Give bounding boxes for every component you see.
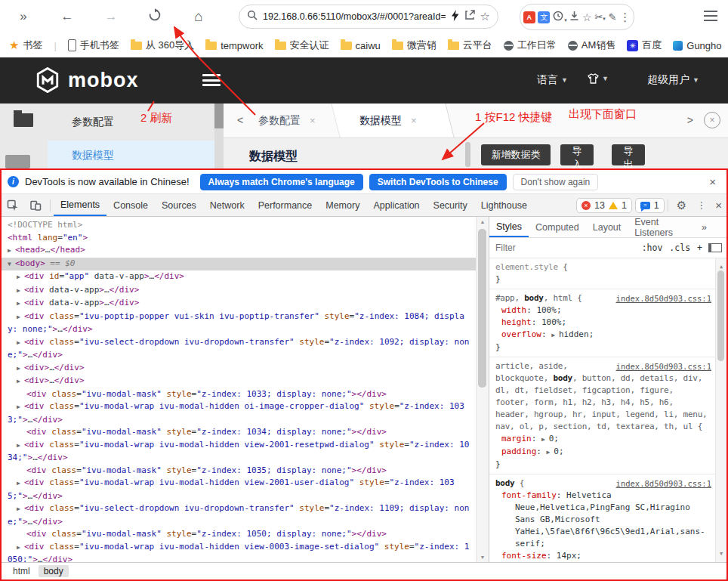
bookmark-item[interactable]: AM销售 — [568, 39, 616, 52]
styles-tabs-more-chevron[interactable]: » — [702, 222, 726, 233]
devtools-tab-network[interactable]: Network — [203, 194, 251, 216]
devtools-tab-security[interactable]: Security — [427, 194, 474, 216]
infobar-button[interactable]: Always match Chrome's language — [200, 174, 363, 190]
css-selector[interactable]: index.8d50d903.css:1body { — [489, 477, 716, 490]
dom-tree-line[interactable]: <div class="ivu-modal-mask" style="z-ind… — [2, 528, 476, 541]
devtools-tab-console[interactable]: Console — [106, 194, 155, 216]
styles-tab-layout[interactable]: Layout — [586, 217, 628, 237]
bookmark-item[interactable]: tempwork — [205, 40, 263, 51]
css-declaration[interactable]: font-family: Helvetica Neue,Helvetica,Pi… — [489, 490, 716, 550]
address-bar[interactable]: 192.168.0.66:5110/mobox3/#/0001?areaId= … — [239, 5, 498, 29]
bookmark-star-icon[interactable]: ☆ — [480, 10, 490, 23]
bookmark-item[interactable]: 云平台 — [448, 39, 492, 52]
app-tab[interactable]: 参数配置× — [258, 104, 316, 138]
styles-tab-computed[interactable]: Computed — [529, 217, 586, 237]
dom-tree-line[interactable]: ▶<div>…</div> — [2, 375, 476, 388]
css-source-link[interactable]: index.8d50d903.css:1 — [616, 292, 711, 304]
bookmark-item[interactable]: 安全认证 — [275, 39, 329, 52]
styles-tab-styles[interactable]: Styles — [489, 217, 529, 237]
tab-close-icon[interactable]: × — [310, 115, 316, 126]
devtools-more-icon[interactable]: ⋮ — [692, 199, 711, 211]
bookmark-item[interactable]: 微营销 — [392, 39, 436, 52]
dom-tree-line[interactable]: <!DOCTYPE html> — [2, 219, 476, 232]
dom-tree-line[interactable]: ▶<div>…</div> — [2, 362, 476, 375]
extensions-more-icon[interactable]: ⋮ — [619, 11, 631, 24]
styles-tab-event-listeners[interactable]: Event Listeners — [628, 217, 702, 237]
toggle-element-state-icon[interactable] — [708, 243, 722, 252]
devtools-close-icon[interactable]: × — [711, 199, 726, 212]
tabs-close-all-icon[interactable]: × — [704, 112, 720, 128]
history-extension-icon[interactable]: ▾ — [553, 11, 567, 24]
lightning-icon[interactable] — [451, 10, 459, 24]
style-state-button[interactable]: .cls — [669, 243, 690, 253]
css-source-link[interactable]: index.8d50d903.css:1 — [616, 477, 711, 490]
dom-tree-line[interactable]: <html lang="en"> — [2, 232, 476, 245]
devtools-tab-lighthouse[interactable]: Lighthouse — [474, 194, 534, 216]
app-button-import[interactable]: 导入 — [560, 144, 594, 165]
style-state-button[interactable]: + — [697, 243, 702, 253]
tab-scroll-left[interactable]: < — [237, 114, 243, 126]
dom-tree-line[interactable]: ▼<body> == $0 — [2, 258, 476, 271]
translate-extension-icon[interactable]: 文 — [538, 11, 550, 23]
app-button-export[interactable]: 导出 — [612, 144, 645, 165]
dom-tree-line[interactable]: ▶<div class="ivu-select-dropdown ivu-dro… — [2, 336, 476, 362]
infobar-button[interactable]: Don't show again — [513, 174, 599, 190]
bookmark-item[interactable]: caiwu — [341, 40, 381, 51]
devtools-tab-elements[interactable]: Elements — [54, 194, 106, 216]
app-button-add[interactable]: 新增数据类 — [481, 144, 551, 165]
dom-tree-line[interactable]: ▶<div class="ivu-poptip-popper vui-skin … — [2, 311, 476, 336]
toolbar-overflow-chevron[interactable]: » — [15, 9, 32, 24]
device-toolbar-icon[interactable] — [24, 199, 47, 212]
app-tab-active[interactable]: 数据模型× — [359, 104, 417, 138]
home-icon[interactable]: ⌂ — [190, 8, 207, 25]
dom-tree-line[interactable]: <div class="ivu-modal-mask" style="z-ind… — [2, 465, 476, 477]
star-extension-icon[interactable]: ☆ — [582, 11, 592, 23]
dom-tree-line[interactable]: ▶<div class="ivu-select-dropdown ivu-dro… — [2, 502, 476, 528]
tab-scroll-right[interactable]: > — [687, 114, 693, 126]
pdf-extension-icon[interactable]: A — [523, 11, 535, 23]
dom-tree-line[interactable]: ▶<div class="ivu-modal-wrap ivu-modal-hi… — [2, 439, 476, 465]
theme-menu[interactable]: ▼ — [588, 73, 609, 84]
console-errors-badge[interactable]: × 13 1 — [576, 198, 632, 213]
dom-tree-line[interactable]: ▶<head>…</head> — [2, 244, 476, 258]
inspect-element-icon[interactable] — [2, 199, 24, 212]
mobox-logo[interactable]: mobox — [35, 67, 139, 93]
css-declaration[interactable]: margin: ▶ 0; — [489, 433, 716, 446]
bookmark-item[interactable]: 从 360导入 — [131, 39, 194, 52]
bookmark-item[interactable]: 工作日常 — [504, 39, 557, 52]
bookmark-item[interactable]: ★书签 — [9, 39, 42, 52]
css-selector[interactable]: index.8d50d903.css:1article, aside, bloc… — [489, 360, 716, 433]
bookmark-item[interactable]: 手机书签 — [68, 39, 119, 52]
dom-tree-line[interactable]: ▶<div class="ivu-modal-wrap ivu-modal-hi… — [2, 541, 476, 563]
settings-gear-icon[interactable]: ⚙ — [671, 199, 692, 212]
css-declaration[interactable]: overflow: ▶ hidden; — [489, 329, 716, 341]
elements-scrollbar[interactable]: ▲▼ — [476, 217, 489, 562]
dom-tree-line[interactable]: ▶<div class="ivu-modal-wrap ivu-modal-hi… — [2, 400, 476, 426]
devtools-tab-application[interactable]: Application — [366, 194, 426, 216]
back-icon[interactable]: ← — [59, 9, 76, 24]
dom-tree-line[interactable]: ▶<div id="app" data-v-app>…</div> — [2, 270, 476, 284]
forward-icon[interactable]: → — [103, 9, 119, 24]
sidebar-item-selected[interactable]: 数据模型 — [48, 141, 214, 168]
url-text[interactable]: 192.168.0.66:5110/mobox3/#/0001?areaId= — [263, 11, 446, 22]
devtools-tab-performance[interactable]: Performance — [251, 194, 319, 216]
css-declaration[interactable]: height: 100%; — [489, 317, 716, 329]
sidebar-scrollbar[interactable] — [214, 104, 224, 168]
bookmark-item[interactable]: Gungho — [673, 40, 721, 51]
share-icon[interactable] — [464, 10, 475, 23]
tab-close-icon[interactable]: × — [411, 115, 417, 126]
infobar-close-icon[interactable]: × — [705, 175, 720, 188]
user-menu[interactable]: 超级用户▼ — [647, 73, 699, 87]
bookmark-item[interactable]: ✳百度 — [627, 39, 662, 52]
infobar-button[interactable]: Switch DevTools to Chinese — [369, 174, 507, 190]
table-scrollbar[interactable] — [465, 142, 470, 167]
download-icon[interactable] — [569, 11, 579, 23]
refresh-icon[interactable] — [147, 8, 163, 26]
scissors-extension-icon[interactable]: ✂▾ — [594, 11, 605, 23]
css-declaration[interactable]: padding: ▶ 0; — [489, 446, 716, 459]
devtools-tab-memory[interactable]: Memory — [319, 194, 366, 216]
css-selector[interactable]: index.8d50d903.css:1#app, body, html { — [489, 292, 716, 304]
dom-tree-line[interactable]: ▶<div data-v-app>…</div> — [2, 284, 476, 298]
language-menu[interactable]: 语言▼ — [537, 73, 568, 87]
breadcrumb-item-body[interactable]: body — [39, 565, 69, 577]
